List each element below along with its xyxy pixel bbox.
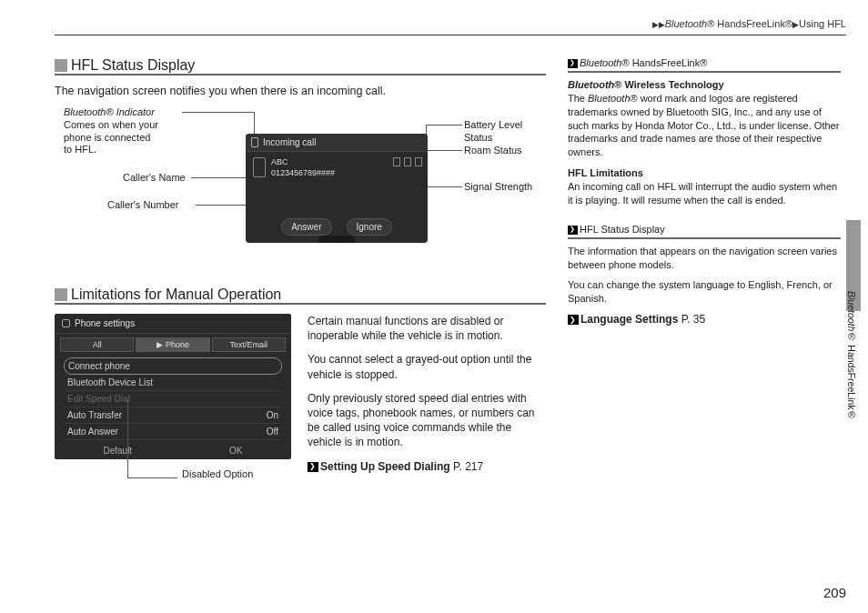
list-item-bluetooth-device-list: Bluetooth Device List bbox=[64, 375, 282, 391]
tab-phone: ▶Phone bbox=[136, 337, 209, 352]
tab-all: All bbox=[60, 337, 134, 352]
battery-icon bbox=[415, 157, 422, 166]
callout-signal: Signal Strength bbox=[464, 181, 532, 194]
phone-settings-title: Phone settings bbox=[75, 318, 135, 328]
header-rule bbox=[55, 35, 846, 35]
list-item-auto-transfer: Auto TransferOn bbox=[64, 407, 282, 424]
list-item-edit-speed-dial: Edit Speed Dial bbox=[64, 391, 282, 407]
sidebar-heading-bluetooth-hfl: ❯Bluetooth® HandsFreeLink® bbox=[568, 57, 841, 73]
sidebar-hfl-limitations: HFL Limitations An incoming call on HFL … bbox=[568, 166, 841, 207]
limitations-paragraph-3: Only previously stored speed dial entrie… bbox=[308, 391, 546, 450]
phone-settings-diagram: Phone settings All ▶Phone Text/Email Con… bbox=[55, 314, 291, 479]
gear-icon bbox=[62, 319, 70, 327]
sidebar-status-body-2: You can change the system language to En… bbox=[568, 278, 841, 306]
ref-speed-dialing: ❯Setting Up Speed Dialing P. 217 bbox=[308, 459, 546, 474]
sidebar-wireless-tech: Bluetooth® Wireless Technology The Bluet… bbox=[568, 78, 841, 159]
section1-intro: The navigation screen notifies you when … bbox=[55, 85, 546, 97]
phone-icon bbox=[251, 137, 258, 147]
callout-roam: Roam Status bbox=[464, 145, 522, 157]
section-heading-hfl-status: HFL Status Display bbox=[55, 57, 546, 75]
callout-bluetooth-indicator: Bluetooth® Indicator Comes on when your … bbox=[64, 106, 158, 156]
handset-icon bbox=[253, 157, 266, 177]
answer-button: Answer bbox=[281, 218, 331, 236]
limitations-paragraph-2: You cannot select a grayed-out option un… bbox=[308, 352, 546, 381]
incoming-call-screen: Incoming call ABC 0123456789#### bbox=[246, 134, 428, 243]
list-item-connect-phone: Connect phone bbox=[64, 357, 282, 375]
callout-disabled-option: Disabled Option bbox=[182, 468, 291, 479]
tab-text-email: Text/Email bbox=[212, 337, 286, 352]
callout-battery: Battery Level Status bbox=[464, 119, 546, 145]
callout-caller-name: Caller's Name bbox=[123, 172, 186, 185]
ignore-button: Ignore bbox=[347, 218, 392, 236]
caller-name-value: ABC bbox=[271, 157, 335, 168]
hfl-status-diagram: Bluetooth® Indicator Comes on when your … bbox=[55, 106, 546, 270]
callout-caller-number: Caller's Number bbox=[107, 199, 179, 212]
roam-icon bbox=[404, 157, 411, 166]
incoming-call-label: Incoming call bbox=[263, 137, 316, 147]
ref-language-settings: ❯Language Settings P. 35 bbox=[568, 313, 841, 326]
sidebar-heading-hfl-status: ❯HFL Status Display bbox=[568, 224, 841, 239]
caller-number-value: 0123456789#### bbox=[271, 168, 335, 179]
limitations-paragraph-1: Certain manual functions are disabled or… bbox=[308, 314, 546, 343]
signal-icon bbox=[393, 157, 400, 166]
page-number: 209 bbox=[823, 585, 846, 600]
section-heading-limitations: Limitations for Manual Operation bbox=[55, 286, 546, 305]
side-section-label: Bluetooth® HandsFreeLink® bbox=[846, 291, 857, 421]
sidebar-status-body-1: The information that appears on the navi… bbox=[568, 245, 841, 272]
breadcrumb: ▶▶Bluetooth® HandsFreeLink®▶Using HFL bbox=[55, 18, 846, 35]
ok-button: OK bbox=[229, 446, 242, 456]
list-item-auto-answer: Auto AnswerOff bbox=[64, 424, 282, 440]
